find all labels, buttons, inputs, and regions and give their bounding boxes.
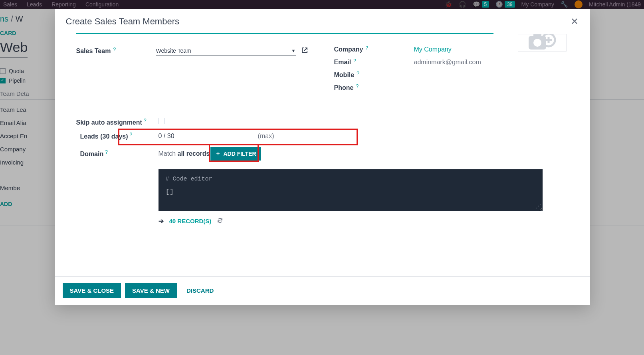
help-icon[interactable]: ? <box>356 83 359 89</box>
code-content: [] <box>166 188 535 196</box>
resize-handle-icon[interactable]: ⋰ <box>536 203 541 209</box>
help-icon[interactable]: ? <box>357 71 359 76</box>
modal-overlay: Create Sales Team Members ✕ <box>0 0 644 355</box>
help-icon[interactable]: ? <box>130 132 133 137</box>
caret-down-icon: ▼ <box>291 48 296 53</box>
help-icon[interactable]: ? <box>105 149 108 155</box>
help-icon[interactable]: ? <box>353 58 356 63</box>
sales-team-label: Sales Team? <box>76 48 156 55</box>
form-assignment-block: Skip auto assignment? Leads (30 days)? <box>66 118 579 225</box>
code-comment: # Code editor <box>166 176 535 182</box>
save-close-button[interactable]: SAVE & CLOSE <box>63 283 121 298</box>
modal-footer: SAVE & CLOSE SAVE & NEW DISCARD <box>55 276 590 305</box>
help-icon[interactable]: ? <box>365 45 368 51</box>
arrow-right-icon[interactable]: ➔ <box>159 217 164 225</box>
help-icon[interactable]: ? <box>113 47 116 52</box>
refresh-icon[interactable] <box>217 217 223 225</box>
company-label: Company? <box>334 46 414 53</box>
phone-label: Phone? <box>334 84 414 91</box>
leads-30-label: Leads (30 days)? <box>80 132 159 140</box>
save-new-button[interactable]: SAVE & NEW <box>125 283 177 298</box>
domain-match-text: Match all records <box>159 150 210 157</box>
leads-max-hint: (max) <box>258 133 274 140</box>
modal-header: Create Sales Team Members ✕ <box>55 9 590 33</box>
camera-plus-icon <box>526 34 558 52</box>
discard-button[interactable]: DISCARD <box>181 283 219 298</box>
avatar-upload[interactable] <box>518 34 567 52</box>
create-sales-team-members-dialog: Create Sales Team Members ✕ <box>55 9 590 305</box>
sales-team-value: Website Team <box>156 48 191 54</box>
email-label: Email? <box>334 59 414 66</box>
salesperson-underline <box>76 33 493 34</box>
domain-code-editor[interactable]: # Code editor [] ⋰ <box>159 169 543 211</box>
svg-point-2 <box>533 39 541 47</box>
highlight-filter <box>209 144 259 162</box>
leads-count-value: 0 / 30 <box>159 133 174 140</box>
domain-label: Domain? <box>80 149 159 158</box>
records-count-link[interactable]: 40 RECORD(S) <box>169 218 212 224</box>
mobile-label: Mobile? <box>334 71 414 79</box>
external-link-icon[interactable] <box>301 47 308 55</box>
modal-body: Sales Team? Website Team ▼ <box>55 33 590 276</box>
svg-rect-1 <box>533 34 541 38</box>
form-top-row: Sales Team? Website Team ▼ <box>66 46 579 97</box>
modal-title: Create Sales Team Members <box>66 16 180 27</box>
help-icon[interactable]: ? <box>144 118 147 123</box>
close-icon[interactable]: ✕ <box>571 16 579 27</box>
skip-auto-label: Skip auto assignment? <box>76 118 159 126</box>
skip-auto-checkbox[interactable] <box>159 118 165 124</box>
email-value: adminmark@gmail.com <box>414 59 568 66</box>
sales-team-select[interactable]: Website Team ▼ <box>156 46 296 56</box>
